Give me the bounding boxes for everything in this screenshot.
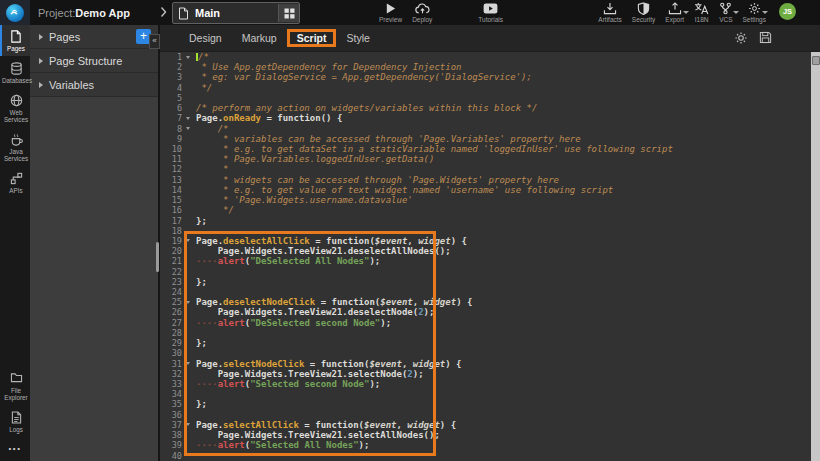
code-line[interactable]: 26 Page.Widgets.TreeView21.deselectNode(…: [158, 307, 811, 317]
code-line[interactable]: 34: [158, 389, 811, 399]
fold-gutter[interactable]: [184, 113, 192, 123]
code-line[interactable]: 12 *: [158, 164, 811, 174]
code-line[interactable]: 8 /*: [158, 124, 811, 134]
panel-section-page-structure[interactable]: Page Structure: [30, 49, 158, 73]
topbar-action-export[interactable]: Export: [660, 0, 689, 23]
code-line[interactable]: 3 * eg: var DialogService = App.getDepen…: [158, 72, 811, 82]
user-avatar[interactable]: JS: [779, 3, 796, 20]
topbar-action-vcs[interactable]: VCS: [714, 0, 737, 23]
code-line[interactable]: 4 */: [158, 83, 811, 93]
line-number: 5: [158, 93, 184, 103]
code-line[interactable]: 2 * Use App.getDependency for Dependency…: [158, 62, 811, 72]
topbar-action-artifacts[interactable]: Artifacts: [593, 0, 626, 23]
project-title: Project:Demo App: [38, 0, 130, 25]
fold-gutter[interactable]: [184, 359, 192, 369]
code-line[interactable]: 20 Page.Widgets.TreeView21.deselectAllNo…: [158, 246, 811, 256]
more-options-button[interactable]: •••: [0, 438, 30, 461]
code-line[interactable]: 11 * Page.Variables.loggedInUser.getData…: [158, 154, 811, 164]
script-editor[interactable]: 1/*2 * Use App.getDependency for Depende…: [158, 52, 820, 461]
topbar-action-preview[interactable]: Preview: [374, 0, 407, 23]
topbar-action-security[interactable]: Security: [627, 0, 660, 23]
sidebar-item-file-explorer[interactable]: File Explorer: [0, 367, 30, 405]
fold-gutter: [184, 62, 192, 72]
code-line[interactable]: 27····alert("DeSelected second Node");: [158, 318, 811, 328]
code-line[interactable]: 6/* perform any action on widgets/variab…: [158, 103, 811, 113]
code-line[interactable]: 38 Page.Widgets.TreeView21.selectAllNode…: [158, 430, 811, 440]
topbar-action-i18n[interactable]: I18N: [689, 0, 714, 23]
code-line[interactable]: 1/*: [158, 52, 811, 62]
code-line[interactable]: 22: [158, 267, 811, 277]
app-logo[interactable]: [0, 0, 30, 25]
code-line[interactable]: 35};: [158, 399, 811, 409]
code-line[interactable]: 37Page.selectAllClick = function($event,…: [158, 420, 811, 430]
code-line[interactable]: 39····alert("Selected All Nodes");: [158, 440, 811, 450]
fold-gutter[interactable]: [184, 124, 192, 134]
code-line[interactable]: 10 * e.g. to get dataSet in a staticVari…: [158, 144, 811, 154]
code-token: };: [196, 399, 207, 409]
sidebar-item-java-services[interactable]: Java Services: [0, 128, 30, 166]
sidebar-item-web-services[interactable]: Web Services: [0, 89, 30, 127]
tab-script[interactable]: Script: [290, 32, 334, 44]
code-line[interactable]: 31Page.selectNodeClick = function($event…: [158, 359, 811, 369]
topbar-action-tutorials[interactable]: Tutorials: [473, 0, 508, 23]
topbar-action-settings[interactable]: Settings: [738, 0, 772, 23]
tab-style[interactable]: Style: [339, 32, 376, 44]
code-token: };: [196, 277, 207, 287]
sidebar-item-apis[interactable]: APIs: [0, 167, 30, 198]
panel-collapse-button[interactable]: «: [149, 34, 160, 49]
code-line[interactable]: 36: [158, 410, 811, 420]
code-token: ,: [402, 359, 413, 369]
code-line[interactable]: 5: [158, 93, 811, 103]
code-text: [192, 451, 196, 461]
code-line[interactable]: 24: [158, 287, 811, 297]
sidebar-item-logs[interactable]: Logs: [0, 406, 30, 437]
panel-section-variables[interactable]: Variables: [30, 73, 158, 97]
fold-gutter: [184, 348, 192, 358]
fold-gutter[interactable]: [184, 420, 192, 430]
line-number: 25: [158, 297, 184, 307]
code-line[interactable]: 32 Page.Widgets.TreeView21.selectNode(2)…: [158, 369, 811, 379]
script-settings-button[interactable]: [734, 31, 748, 45]
code-line[interactable]: 14 * e.g. to get value of text widget na…: [158, 185, 811, 195]
page-switcher-button[interactable]: [278, 4, 299, 22]
fold-gutter: [184, 256, 192, 266]
code-line[interactable]: 23};: [158, 277, 811, 287]
code-line[interactable]: 21····alert("DeSelected All Nodes");: [158, 256, 811, 266]
code-text: [192, 410, 196, 420]
code-line[interactable]: 16 */: [158, 205, 811, 215]
editor-region: DesignMarkupScriptStyle 1/*2 * Use App.g…: [158, 25, 820, 461]
panel-section-pages[interactable]: Pages +: [30, 25, 158, 49]
fold-gutter: [184, 164, 192, 174]
save-button[interactable]: [759, 31, 772, 45]
fold-gutter[interactable]: [184, 52, 192, 62]
code-line[interactable]: 13 * widgets can be accessed through 'Pa…: [158, 175, 811, 185]
fold-gutter[interactable]: [184, 236, 192, 246]
code-line[interactable]: 9 * variables can be accessed through 'P…: [158, 134, 811, 144]
code-line[interactable]: 15 * 'Page.Widgets.username.datavalue': [158, 195, 811, 205]
fold-gutter: [184, 226, 192, 236]
code-line[interactable]: 30: [158, 348, 811, 358]
code-token: "DeSelected All Nodes": [250, 256, 369, 266]
editor-scrollbar[interactable]: [811, 52, 820, 461]
chevron-right-icon[interactable]: [160, 5, 167, 19]
code-line[interactable]: 29};: [158, 338, 811, 348]
open-page-tab[interactable]: Main: [172, 2, 300, 24]
tab-design[interactable]: Design: [182, 32, 229, 44]
topbar-action-deploy[interactable]: Deploy: [407, 0, 437, 23]
code-line[interactable]: 40: [158, 451, 811, 461]
fold-gutter[interactable]: [184, 297, 192, 307]
code-line[interactable]: 28: [158, 328, 811, 338]
code-line[interactable]: 7Page.onReady = function() {: [158, 113, 811, 123]
tab-markup[interactable]: Markup: [235, 32, 284, 44]
code-line[interactable]: 33····alert("Selected second Node");: [158, 379, 811, 389]
fold-gutter: [184, 205, 192, 215]
sidebar-item-databases[interactable]: Databases: [0, 57, 30, 88]
code-line[interactable]: 17};: [158, 216, 811, 226]
code-line[interactable]: 25Page.deselectNodeClick = function($eve…: [158, 297, 811, 307]
panel-resize-handle[interactable]: [156, 242, 159, 272]
topbar-actions-left: Preview Deploy Tutorials: [374, 0, 508, 25]
topbar-actions-right: Artifacts Security Export I18N VCS Setti…: [593, 0, 796, 25]
code-line[interactable]: 18: [158, 226, 811, 236]
code-line[interactable]: 19Page.deselectAllClick = function($even…: [158, 236, 811, 246]
sidebar-item-pages[interactable]: Pages: [0, 25, 30, 56]
